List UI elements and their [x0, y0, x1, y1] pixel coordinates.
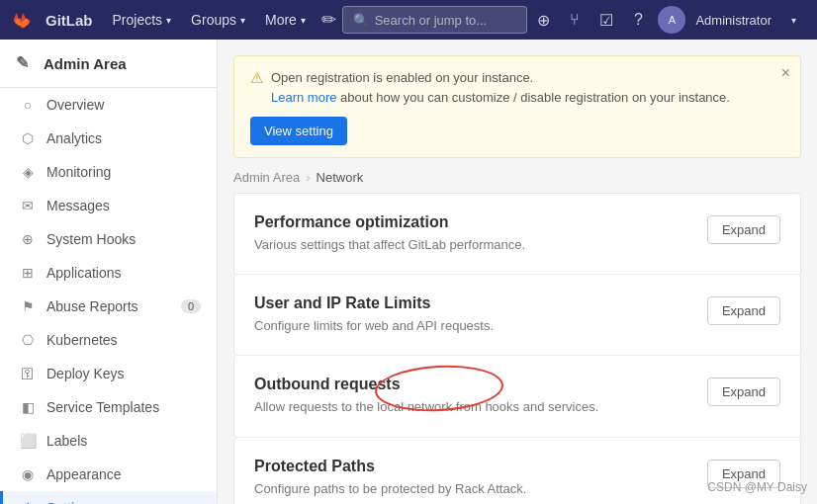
- sidebar-system-hooks-icon: ⊕: [19, 231, 37, 247]
- sidebar-item-monitoring[interactable]: ◈Monitoring: [0, 155, 217, 189]
- sidebar-abuse-reports-icon: ⚑: [19, 298, 37, 314]
- sidebar-deploy-keys-label: Deploy Keys: [46, 366, 125, 381]
- nav-user-arrow-icon[interactable]: ▾: [777, 4, 809, 36]
- sidebar-kubernetes-label: Kubernetes: [46, 332, 118, 348]
- gitlab-logo[interactable]: [8, 8, 32, 32]
- sidebar-settings-label: Settings: [46, 500, 97, 504]
- sidebar-item-messages[interactable]: ✉Messages: [0, 189, 217, 222]
- alert-warning-icon: ⚠: [250, 69, 263, 87]
- section-protected-paths-expand-button[interactable]: Expand: [707, 460, 780, 488]
- nav-todo-icon[interactable]: ☑: [590, 4, 622, 36]
- section-protected-paths: Protected PathsConfigure paths to be pro…: [233, 438, 801, 504]
- view-setting-button[interactable]: View setting: [250, 117, 347, 145]
- sidebar-appearance-icon: ◉: [19, 466, 37, 482]
- section-outbound-requests: Outbound requestsAllow requests to the l…: [233, 356, 801, 437]
- sidebar-analytics-label: Analytics: [46, 130, 102, 146]
- nav-gitlab-label[interactable]: GitLab: [36, 0, 103, 40]
- sidebar-appearance-label: Appearance: [46, 466, 122, 482]
- search-icon: 🔍: [353, 13, 369, 28]
- sidebar-service-templates-icon: ◧: [19, 399, 37, 415]
- section-outbound-requests-desc: Allow requests to the local network from…: [254, 398, 687, 416]
- nav-more[interactable]: More ▾: [255, 0, 316, 40]
- section-user-ip-rate-limits-info: User and IP Rate LimitsConfigure limits …: [254, 294, 687, 335]
- section-performance-optimization-expand-button[interactable]: Expand: [707, 215, 780, 244]
- sidebar-overview-label: Overview: [46, 97, 104, 113]
- sidebar-applications-label: Applications: [46, 265, 122, 281]
- sidebar-item-applications[interactable]: ⊞Applications: [0, 256, 217, 290]
- sidebar-monitoring-label: Monitoring: [46, 164, 111, 180]
- section-outbound-requests-expand-button[interactable]: Expand: [707, 378, 780, 406]
- section-user-ip-rate-limits-title: User and IP Rate Limits: [254, 294, 687, 312]
- sidebar-abuse-reports-label: Abuse Reports: [46, 298, 138, 314]
- sidebar-abuse-reports-badge: 0: [181, 299, 201, 313]
- sidebar: ✎ Admin Area ○Overview⬡Analytics◈Monitor…: [0, 40, 218, 504]
- breadcrumb-separator: ›: [306, 170, 310, 185]
- sidebar-item-analytics[interactable]: ⬡Analytics: [0, 122, 217, 155]
- sidebar-item-appearance[interactable]: ◉Appearance: [0, 458, 217, 491]
- groups-arrow-icon: ▾: [240, 15, 245, 26]
- top-navigation: GitLab Projects ▾ Groups ▾ More ▾ ✏ 🔍 Se…: [0, 0, 817, 40]
- sidebar-item-settings[interactable]: ⚙Settings: [0, 491, 217, 504]
- sidebar-header-label: Admin Area: [44, 55, 127, 72]
- section-performance-optimization-desc: Various settings that affect GitLab perf…: [254, 236, 687, 254]
- section-performance-optimization: Performance optimizationVarious settings…: [233, 193, 801, 275]
- sidebar-item-deploy-keys[interactable]: ⚿Deploy Keys: [0, 357, 217, 390]
- projects-arrow-icon: ▾: [166, 15, 171, 26]
- nav-help-icon[interactable]: ?: [622, 4, 654, 36]
- sidebar-monitoring-icon: ◈: [19, 164, 37, 180]
- nav-groups[interactable]: Groups ▾: [181, 0, 255, 40]
- sidebar-item-kubernetes[interactable]: ⎔Kubernetes: [0, 323, 217, 357]
- sidebar-labels-label: Labels: [46, 433, 87, 449]
- sidebar-item-service-templates[interactable]: ◧Service Templates: [0, 390, 217, 424]
- sidebar-overview-icon: ○: [19, 97, 37, 113]
- sidebar-item-labels[interactable]: ⬜Labels: [0, 424, 217, 458]
- section-user-ip-rate-limits-desc: Configure limits for web and API request…: [254, 317, 687, 335]
- sidebar-item-overview[interactable]: ○Overview: [0, 88, 217, 122]
- breadcrumb: Admin Area › Network: [218, 158, 817, 193]
- sidebar-header: ✎ Admin Area: [0, 40, 217, 88]
- nav-pencil-icon[interactable]: ✏: [316, 4, 342, 36]
- avatar[interactable]: A: [658, 6, 685, 34]
- breadcrumb-parent[interactable]: Admin Area: [233, 170, 300, 185]
- nav-merge-icon[interactable]: ⑂: [559, 4, 590, 36]
- section-user-ip-rate-limits: User and IP Rate LimitsConfigure limits …: [233, 275, 801, 356]
- sidebar-applications-icon: ⊞: [19, 265, 37, 281]
- section-user-ip-rate-limits-expand-button[interactable]: Expand: [707, 296, 780, 325]
- sidebar-item-abuse-reports[interactable]: ⚑Abuse Reports0: [0, 290, 217, 323]
- alert-text: Open registration is enabled on your ins…: [271, 68, 730, 107]
- sidebar-messages-icon: ✉: [19, 198, 37, 213]
- sidebar-settings-icon: ⚙: [19, 500, 37, 504]
- nav-admin-label[interactable]: Administrator: [689, 13, 777, 28]
- sidebar-item-system-hooks[interactable]: ⊕System Hooks: [0, 222, 217, 256]
- page-layout: ✎ Admin Area ○Overview⬡Analytics◈Monitor…: [0, 40, 817, 504]
- sections-container: Performance optimizationVarious settings…: [218, 193, 817, 504]
- nav-plus-icon[interactable]: ⊕: [527, 4, 559, 36]
- breadcrumb-current: Network: [317, 170, 364, 185]
- section-performance-optimization-info: Performance optimizationVarious settings…: [254, 213, 687, 254]
- sidebar-deploy-keys-icon: ⚿: [19, 366, 37, 381]
- alert-close-icon[interactable]: ×: [781, 64, 790, 82]
- section-outbound-requests-title: Outbound requests: [254, 376, 687, 393]
- sidebar-service-templates-label: Service Templates: [46, 399, 159, 415]
- sidebar-labels-icon: ⬜: [19, 433, 37, 449]
- section-outbound-requests-info: Outbound requestsAllow requests to the l…: [254, 376, 687, 416]
- alert-learn-more-link[interactable]: Learn more: [271, 90, 336, 105]
- nav-projects[interactable]: Projects ▾: [103, 0, 182, 40]
- search-bar[interactable]: 🔍 Search or jump to...: [342, 6, 528, 34]
- more-arrow-icon: ▾: [301, 15, 306, 26]
- sidebar-analytics-icon: ⬡: [19, 130, 37, 146]
- section-protected-paths-info: Protected PathsConfigure paths to be pro…: [254, 458, 687, 504]
- section-performance-optimization-title: Performance optimization: [254, 213, 687, 231]
- admin-area-icon: ✎: [16, 53, 36, 73]
- nav-icon-group: ⊕ ⑂ ☑ ? A Administrator ▾: [527, 4, 809, 36]
- main-content: ⚠ Open registration is enabled on your i…: [218, 40, 817, 504]
- sidebar-kubernetes-icon: ⎔: [19, 332, 37, 348]
- alert-banner: ⚠ Open registration is enabled on your i…: [233, 55, 801, 158]
- sidebar-messages-label: Messages: [46, 198, 110, 213]
- section-protected-paths-title: Protected Paths: [254, 458, 687, 475]
- section-protected-paths-desc: Configure paths to be protected by Rack …: [254, 480, 687, 498]
- sidebar-system-hooks-label: System Hooks: [46, 231, 136, 247]
